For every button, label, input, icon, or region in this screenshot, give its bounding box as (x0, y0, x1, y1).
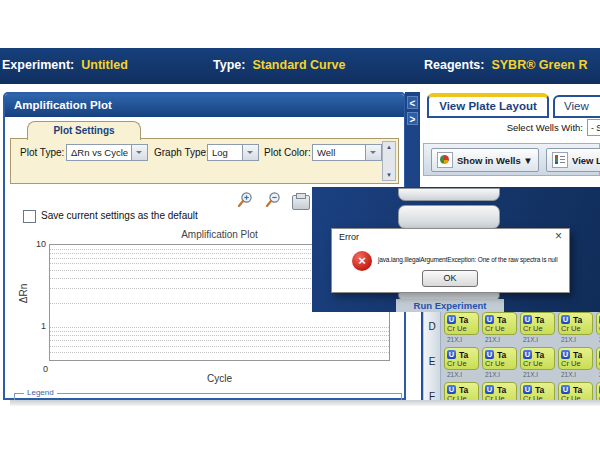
unknown-task-icon: U (561, 315, 570, 324)
show-in-wells-button[interactable]: Show in Wells ▼ (431, 148, 539, 172)
plate-well[interactable]: UTaCr Ue21X.I (595, 382, 600, 400)
chevron-down-icon[interactable] (242, 145, 258, 160)
well-body: UTaCr Ue (520, 312, 555, 335)
graph-type-value: Log (212, 147, 228, 158)
well-body: UTaCr Ue (482, 382, 517, 400)
plate-row: FUTaCr Ue21X.IUTaCr Ue21X.IUTaCr Ue21X.I… (423, 382, 600, 400)
plate-well[interactable]: UTaCr Ue21X.I (595, 347, 600, 382)
plot-type-select[interactable]: ΔRn vs Cycle (66, 144, 148, 161)
well-target: Ta (497, 350, 506, 360)
well-line2: Cr Ue (523, 395, 552, 400)
unknown-task-icon: U (523, 315, 532, 324)
select-wells-label: Select Wells With: (430, 122, 583, 133)
run-panel-button-middle[interactable] (398, 205, 500, 229)
tab-plot-settings[interactable]: Plot Settings (27, 121, 141, 140)
plate-row-label[interactable]: F (424, 382, 441, 400)
plate-well[interactable]: UTaCr Ue21X.I (557, 312, 595, 347)
close-icon[interactable]: × (555, 229, 562, 243)
type-value: Standard Curve (252, 58, 345, 72)
well-line2: Cr Ue (485, 360, 514, 368)
run-panel-button-top[interactable] (398, 188, 500, 201)
chart-y-axis-label: ΔRn (18, 284, 29, 303)
well-sample-label: 21X.I (485, 336, 500, 343)
panel-divider: < > (405, 92, 420, 187)
well-target: Ta (573, 350, 582, 360)
chart-gridline (50, 327, 389, 328)
error-icon: × (352, 251, 372, 271)
print-icon[interactable] (292, 195, 310, 210)
plate-well[interactable]: UTaCr Ue21X.I (595, 312, 600, 347)
type-label: Type: (213, 58, 245, 72)
chevron-down-icon[interactable] (365, 145, 381, 160)
well-line2: Cr Ue (447, 325, 476, 333)
view-legend-button[interactable]: View L (546, 148, 600, 172)
settings-scrollbar[interactable]: ▲ ▼ (382, 141, 396, 181)
well-body: UTaCr Ue (596, 382, 600, 400)
expand-right-icon[interactable]: > (407, 112, 418, 125)
plate-well[interactable]: UTaCr Ue21X.I (519, 382, 557, 400)
chevron-down-icon[interactable] (131, 145, 147, 160)
plate-well[interactable]: UTaCr Ue21X.I (443, 347, 481, 382)
well-line2: Cr Ue (561, 395, 590, 400)
zoom-out-icon[interactable] (264, 191, 282, 209)
plate-toolbar: Show in Wells ▼ View L (423, 143, 600, 176)
collapse-left-icon[interactable]: < (407, 96, 418, 109)
plot-color-value: Well (317, 147, 335, 158)
experiment-value: Untitled (81, 58, 128, 72)
plate-well[interactable]: UTaCr Ue21X.I (557, 347, 595, 382)
reagents-value: SYBR® Green R (491, 58, 587, 72)
plate-well[interactable]: UTaCr Ue21X.I (481, 312, 519, 347)
x-tick-0: 0 (43, 364, 48, 374)
well-body: UTaCr Ue (444, 312, 479, 335)
well-line2: Cr Ue (447, 360, 476, 368)
scroll-down-icon[interactable]: ▼ (383, 170, 395, 180)
plot-color-select[interactable]: Well (312, 144, 382, 161)
plate-well[interactable]: UTaCr Ue21X.I (519, 312, 557, 347)
plate-well[interactable]: UTaCr Ue21X.I (519, 347, 557, 382)
unknown-task-icon: U (447, 315, 456, 324)
plate-well[interactable]: UTaCr Ue21X.I (557, 382, 595, 400)
ok-button[interactable]: OK (422, 270, 478, 287)
graph-type-select[interactable]: Log (207, 144, 259, 161)
plate-row: EUTaCr Ue21X.IUTaCr Ue21X.IUTaCr Ue21X.I… (423, 347, 600, 382)
well-body: UTaCr Ue (558, 312, 593, 335)
plate-well[interactable]: UTaCr Ue21X.I (443, 312, 481, 347)
plate-row-label[interactable]: E (424, 347, 441, 382)
unknown-task-icon: U (561, 350, 570, 359)
save-default-label: Save current settings as the default (41, 210, 198, 221)
plate-well[interactable]: UTaCr Ue21X.I (481, 347, 519, 382)
save-default-checkbox[interactable] (23, 210, 36, 223)
chart-gridline (50, 346, 389, 347)
legend-groupbox (14, 393, 402, 400)
view-legend-icon (552, 152, 568, 168)
unknown-task-icon: U (485, 385, 494, 394)
tab-view-well-table[interactable]: View (553, 95, 600, 118)
graph-type-label: Graph Type: (154, 147, 209, 158)
legend-groupbox-label: Legend (24, 388, 57, 397)
zoom-in-icon[interactable] (236, 191, 254, 209)
app-window: Experiment:Untitled Type:Standard Curve … (0, 0, 600, 450)
select-wells-dropdown[interactable]: - S (587, 119, 600, 136)
scroll-up-icon[interactable]: ▲ (383, 142, 395, 152)
well-body: UTaCr Ue (596, 347, 600, 370)
tab-view-plate-layout[interactable]: View Plate Layout (427, 93, 549, 118)
unknown-task-icon: U (447, 350, 456, 359)
well-target: Ta (573, 385, 582, 395)
window-shadow (10, 400, 600, 406)
well-sample-label: 21X.I (447, 371, 462, 378)
well-sample-label: 21X.I (485, 371, 500, 378)
view-legend-label: View L (572, 155, 600, 166)
run-experiment-button[interactable]: Run Experiment (396, 299, 504, 312)
experiment-label: Experiment: (2, 58, 74, 72)
well-target: Ta (535, 350, 544, 360)
plate-well[interactable]: UTaCr Ue21X.I (481, 382, 519, 400)
unknown-task-icon: U (447, 385, 456, 394)
reagents-field: Reagents:SYBR® Green R (424, 58, 587, 72)
plate-row-label[interactable]: D (424, 312, 441, 347)
well-target: Ta (497, 315, 506, 325)
plate-grid: DUTaCr Ue21X.IUTaCr Ue21X.IUTaCr Ue21X.I… (421, 312, 600, 400)
well-sample-label: 21X.I (523, 371, 538, 378)
well-line2: Cr Ue (561, 325, 590, 333)
chart-gridline (50, 331, 389, 332)
plate-well[interactable]: UTaCr Ue21X.I (443, 382, 481, 400)
